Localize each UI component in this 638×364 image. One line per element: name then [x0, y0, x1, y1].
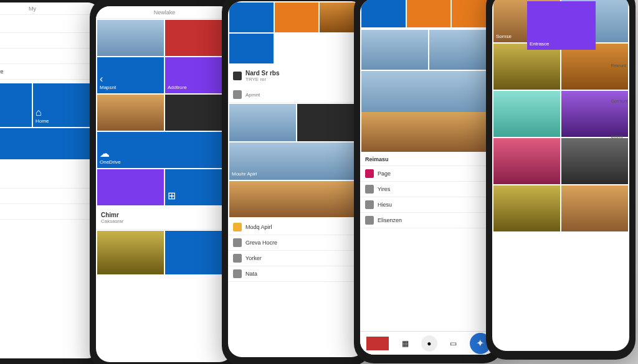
cloud-icon: ☁: [0, 107, 29, 118]
app-tile[interactable]: [407, 0, 451, 27]
overlay-tile[interactable]: Entrasce: [527, 1, 596, 50]
photo-tile[interactable]: [493, 185, 560, 231]
phone-3: Nard Sr rbs TRYE rer Apmnt Mouhr Apirl M…: [222, 0, 371, 364]
list-item[interactable]: Apmnt: [228, 87, 365, 103]
photo-tile[interactable]: [361, 71, 496, 117]
list-item[interactable]: Love: [0, 189, 101, 204]
app-tile[interactable]: [229, 34, 274, 63]
phone1-tile-grid: ☁ OneDrive ⌂ Home User: [0, 82, 101, 173]
list-item[interactable]: Addwhre: [0, 64, 101, 80]
onedrive-tile[interactable]: ☁ OneDrive: [0, 83, 32, 127]
nav-home-icon[interactable]: ●: [421, 335, 437, 352]
list-item[interactable]: Modq Apirl: [228, 220, 365, 235]
photo-tile[interactable]: [493, 91, 560, 137]
nav-tile[interactable]: [366, 337, 389, 350]
list-item[interactable]: Interior: [0, 173, 101, 189]
phone1-header: My: [0, 2, 101, 15]
photo-tile[interactable]: [561, 185, 628, 231]
window-icon: ⊞: [168, 190, 229, 202]
phone2-tile-grid: ‹ Mapsnt Addtrore ☁ OneDrive ⊞: [96, 19, 233, 207]
phone4-list: Page Yires Hiesu Elisenzen: [360, 166, 497, 228]
app-tile[interactable]: [229, 2, 274, 32]
photo-tile[interactable]: [493, 44, 560, 90]
cloud-icon: ☁: [100, 148, 229, 159]
phone2-header: Newlake: [96, 6, 233, 19]
nav-icon[interactable]: ▦: [397, 335, 413, 352]
maps-tile[interactable]: ‹ Mapsnt: [97, 57, 164, 93]
list-item[interactable]: More: [0, 204, 101, 220]
phone3-card[interactable]: Nard Sr rbs TRYE rer: [228, 65, 365, 87]
nav-icon[interactable]: ▭: [445, 335, 462, 352]
list-item[interactable]: Yorker: [228, 251, 365, 266]
onedrive-tile[interactable]: ☁ OneDrive: [97, 132, 232, 168]
phone3-top-grid: [228, 1, 365, 65]
phone2-bottom-grid: [96, 230, 233, 276]
list-item[interactable]: Elisenzen: [360, 213, 497, 228]
list-item[interactable]: Twice: [0, 33, 101, 49]
photo-tile[interactable]: [97, 95, 164, 131]
chevron-left-icon: ‹: [100, 73, 161, 85]
app-tile[interactable]: [97, 169, 164, 205]
phone4-top-grid: [360, 0, 497, 29]
phone4-bottom-nav: ▦ ● ▭ ✦: [360, 331, 497, 355]
phone5-photo-grid: Somse: [492, 0, 629, 351]
list-item[interactable]: Nata: [228, 266, 365, 282]
phone-5: Entrasce Somse Rekrunt Gorrhunt Cmrnt: [486, 0, 636, 360]
phone-showcase: My Order Twice Profile Addwhre ☁ OneDriv…: [0, 0, 636, 361]
user-tile[interactable]: User: [0, 128, 100, 159]
phone5-side-labels: Rekrunt Gorrhunt Cmrnt: [611, 63, 628, 139]
photo-tile[interactable]: [229, 181, 364, 217]
photo-tile[interactable]: [361, 30, 428, 70]
phone-2: Newlake ‹ Mapsnt Addtrore ☁ OneDrive: [90, 0, 239, 364]
phone2-card[interactable]: Chimr Caksasrar: [96, 207, 233, 230]
phone3-bottom-list: Modq Apirl Greva Hocre Yorker Nata: [228, 220, 365, 282]
photo-tile[interactable]: [97, 20, 164, 56]
list-item[interactable]: Profile: [0, 49, 101, 64]
app-tile[interactable]: [275, 2, 319, 32]
phone-4: Reimasu Page Yires Hiesu Elisenzen ▦ ● ▭…: [354, 0, 503, 363]
list-item[interactable]: Hiesu: [360, 197, 497, 213]
photo-tile[interactable]: Mouhr Apirl: [229, 142, 364, 180]
list-item[interactable]: Page: [360, 166, 497, 182]
photo-tile[interactable]: [361, 112, 496, 152]
phone3-mid-grid: Mouhr Apirl: [228, 103, 365, 220]
photo-tile[interactable]: [493, 138, 560, 184]
phone1-bottom-list: Interior Love More: [0, 173, 101, 220]
plus-icon: ✦: [476, 337, 484, 349]
photo-tile[interactable]: [97, 231, 164, 274]
list-item[interactable]: Yires: [360, 182, 497, 197]
phone1-top-list: Order Twice Profile Addwhre: [0, 15, 101, 82]
list-item[interactable]: Greva Hocre: [228, 235, 365, 251]
photo-tile[interactable]: [561, 138, 628, 184]
photo-tile[interactable]: [229, 104, 296, 141]
phone4-photo-grid: [360, 29, 497, 153]
app-tile[interactable]: [361, 0, 406, 27]
list-item[interactable]: Order: [0, 17, 101, 33]
house-icon: ⌂: [36, 107, 97, 118]
phone4-card[interactable]: Reimasu: [360, 153, 497, 166]
